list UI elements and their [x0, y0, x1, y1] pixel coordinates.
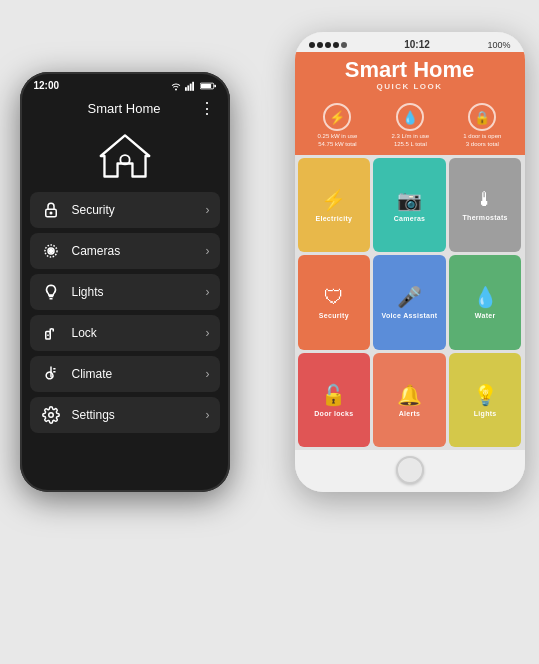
water-tile-icon: 💧: [473, 285, 498, 309]
climate-icon: [40, 363, 62, 385]
menu-item-climate[interactable]: Climate ›: [30, 356, 220, 392]
tile-electricity[interactable]: ⚡ Electricity: [298, 158, 371, 252]
lights-tile-label: Lights: [474, 410, 497, 417]
voice-tile-icon: 🎤: [397, 285, 422, 309]
options-dots[interactable]: ⋮: [199, 99, 216, 118]
cameras-icon: [40, 240, 62, 262]
electricity-tile-label: Electricity: [315, 215, 352, 222]
door-stat-text: 1 door is open3 doors total: [463, 133, 501, 149]
svg-point-13: [49, 250, 52, 253]
signal-icon: [185, 81, 197, 91]
climate-label: Climate: [72, 367, 196, 381]
white-quick-look: QUICK LOOK: [305, 82, 515, 91]
electricity-stat-icon: ⚡: [323, 103, 351, 131]
menu-list: Security › Cameras ›: [20, 192, 230, 492]
black-phone: 12:00: [20, 72, 230, 492]
tile-voice[interactable]: 🎤 Voice Assistant: [373, 255, 446, 349]
svg-point-10: [50, 212, 52, 214]
tile-thermostats[interactable]: 🌡 Thermostats: [449, 158, 522, 252]
thermostats-tile-icon: 🌡: [475, 188, 495, 211]
climate-chevron: ›: [206, 367, 210, 381]
signal-dots: [309, 42, 347, 48]
tile-doorlocks[interactable]: 🔓 Door locks: [298, 353, 371, 447]
settings-chevron: ›: [206, 408, 210, 422]
alerts-tile-icon: 🔔: [397, 383, 422, 407]
lights-chevron: ›: [206, 285, 210, 299]
tile-security[interactable]: 🛡 Security: [298, 255, 371, 349]
door-stat-icon: 🔒: [468, 103, 496, 131]
water-stat-icon: 💧: [396, 103, 424, 131]
home-icon-area: [20, 118, 230, 192]
lights-label: Lights: [72, 285, 196, 299]
house-icon: [97, 128, 153, 184]
menu-item-lock[interactable]: Lock ›: [30, 315, 220, 351]
tile-lights[interactable]: 💡 Lights: [449, 353, 522, 447]
security-label: Security: [72, 203, 196, 217]
settings-icon: [40, 404, 62, 426]
security-chevron: ›: [206, 203, 210, 217]
alerts-tile-label: Alerts: [399, 410, 421, 417]
svg-rect-5: [200, 84, 210, 88]
cameras-label: Cameras: [72, 244, 196, 258]
tile-alerts[interactable]: 🔔 Alerts: [373, 353, 446, 447]
lock-chevron: ›: [206, 326, 210, 340]
settings-label: Settings: [72, 408, 196, 422]
svg-rect-6: [214, 84, 216, 86]
black-status-icons: [170, 81, 216, 91]
lock-label: Lock: [72, 326, 196, 340]
cameras-tile-label: Cameras: [394, 215, 426, 222]
svg-rect-0: [185, 87, 187, 91]
svg-point-18: [48, 413, 53, 418]
black-status-bar: 12:00: [20, 72, 230, 95]
voice-tile-label: Voice Assistant: [382, 312, 438, 319]
white-header-banner: Smart Home QUICK LOOK: [295, 52, 525, 99]
electricity-tile-icon: ⚡: [321, 188, 346, 212]
wifi-icon: [170, 81, 182, 91]
tile-cameras[interactable]: 📷 Cameras: [373, 158, 446, 252]
svg-rect-1: [187, 85, 189, 90]
security-tile-label: Security: [319, 312, 349, 319]
security-tile-icon: 🛡: [324, 286, 344, 309]
battery-icon: [200, 81, 216, 91]
menu-item-lights[interactable]: Lights ›: [30, 274, 220, 310]
white-phone: 10:12 100% Smart Home QUICK LOOK ⚡ 0.25 …: [295, 32, 525, 492]
doorlocks-tile-icon: 🔓: [321, 383, 346, 407]
menu-item-cameras[interactable]: Cameras ›: [30, 233, 220, 269]
water-tile-label: Water: [475, 312, 496, 319]
thermostats-tile-label: Thermostats: [463, 214, 508, 221]
security-icon: [40, 199, 62, 221]
doorlocks-tile-label: Door locks: [314, 410, 353, 417]
cameras-tile-icon: 📷: [397, 188, 422, 212]
tile-water[interactable]: 💧 Water: [449, 255, 522, 349]
stat-water: 💧 2.3 L/m in use125.5 L total: [391, 103, 429, 149]
lock-icon: [40, 322, 62, 344]
battery-indicator: 100%: [487, 40, 510, 50]
black-app-title: Smart Home: [50, 101, 199, 116]
stat-door: 🔒 1 door is open3 doors total: [463, 103, 501, 149]
scene: 10:12 100% Smart Home QUICK LOOK ⚡ 0.25 …: [10, 12, 530, 652]
tile-grid: ⚡ Electricity 📷 Cameras 🌡 Thermostats 🛡 …: [295, 155, 525, 450]
svg-rect-2: [189, 83, 191, 90]
cameras-chevron: ›: [206, 244, 210, 258]
lights-icon: [40, 281, 62, 303]
stat-electricity: ⚡ 0.25 kW in use54.75 kW total: [318, 103, 358, 149]
quick-stats-bar: ⚡ 0.25 kW in use54.75 kW total 💧 2.3 L/m…: [295, 99, 525, 155]
home-button-bar: [295, 450, 525, 492]
white-status-bar: 10:12 100%: [295, 32, 525, 52]
water-stat-text: 2.3 L/m in use125.5 L total: [391, 133, 429, 149]
black-app-header: Smart Home ⋮: [20, 95, 230, 118]
lights-tile-icon: 💡: [473, 383, 498, 407]
menu-item-settings[interactable]: Settings ›: [30, 397, 220, 433]
menu-item-security[interactable]: Security ›: [30, 192, 220, 228]
home-button[interactable]: [396, 456, 424, 484]
svg-rect-3: [192, 81, 194, 90]
white-app-title: Smart Home: [305, 58, 515, 82]
white-time: 10:12: [404, 39, 430, 50]
black-time: 12:00: [34, 80, 60, 91]
electricity-stat-text: 0.25 kW in use54.75 kW total: [318, 133, 358, 149]
